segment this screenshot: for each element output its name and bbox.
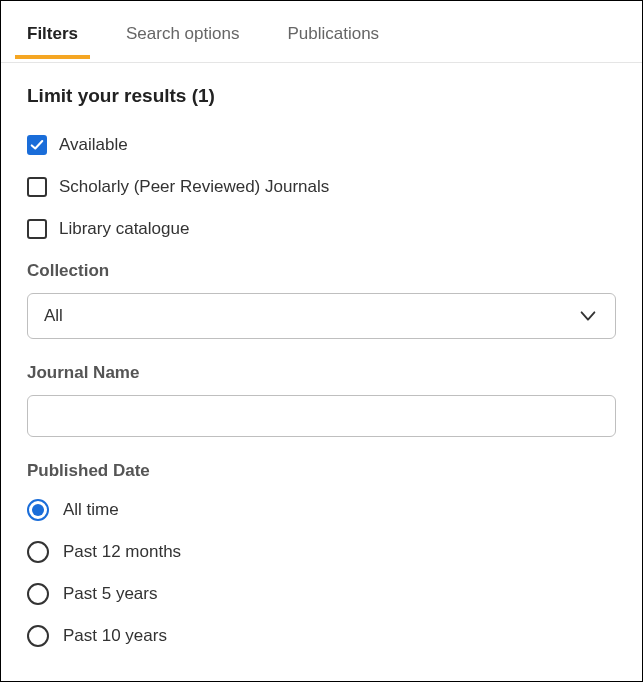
radio-dot-icon — [32, 504, 44, 516]
radio-row-past-10[interactable]: Past 10 years — [27, 625, 616, 647]
journal-field: Journal Name — [27, 363, 616, 437]
checkbox-scholarly-label: Scholarly (Peer Reviewed) Journals — [59, 177, 329, 197]
radio-all-time[interactable] — [27, 499, 49, 521]
radio-all-time-label: All time — [63, 500, 119, 520]
collection-selected-value: All — [44, 306, 63, 326]
checkbox-library-label: Library catalogue — [59, 219, 189, 239]
radio-past-12-label: Past 12 months — [63, 542, 181, 562]
filters-panel: Filters Search options Publications Limi… — [0, 0, 643, 682]
checkbox-scholarly[interactable] — [27, 177, 47, 197]
checkbox-row-library[interactable]: Library catalogue — [27, 219, 616, 239]
checkbox-row-scholarly[interactable]: Scholarly (Peer Reviewed) Journals — [27, 177, 616, 197]
radio-row-past-5[interactable]: Past 5 years — [27, 583, 616, 605]
checkbox-library[interactable] — [27, 219, 47, 239]
tab-filters[interactable]: Filters — [17, 6, 88, 58]
radio-past-12[interactable] — [27, 541, 49, 563]
limit-results-heading: Limit your results (1) — [27, 85, 616, 107]
radio-row-past-12[interactable]: Past 12 months — [27, 541, 616, 563]
collection-label: Collection — [27, 261, 616, 281]
checkbox-available[interactable] — [27, 135, 47, 155]
filters-content: Limit your results (1) Available Scholar… — [1, 63, 642, 647]
published-date-label: Published Date — [27, 461, 616, 481]
published-date-field: Published Date All time Past 12 months P… — [27, 461, 616, 647]
collection-field: Collection All — [27, 261, 616, 339]
checkbox-available-label: Available — [59, 135, 128, 155]
radio-past-5-label: Past 5 years — [63, 584, 158, 604]
collection-select[interactable]: All — [27, 293, 616, 339]
check-icon — [30, 138, 44, 152]
checkbox-row-available[interactable]: Available — [27, 135, 616, 155]
radio-row-all-time[interactable]: All time — [27, 499, 616, 521]
journal-label: Journal Name — [27, 363, 616, 383]
chevron-down-icon — [577, 305, 599, 327]
radio-past-10[interactable] — [27, 625, 49, 647]
journal-name-input[interactable] — [27, 395, 616, 437]
tab-publications[interactable]: Publications — [277, 6, 389, 58]
tab-search-options[interactable]: Search options — [116, 6, 249, 58]
radio-past-10-label: Past 10 years — [63, 626, 167, 646]
radio-past-5[interactable] — [27, 583, 49, 605]
tab-bar: Filters Search options Publications — [1, 1, 642, 63]
